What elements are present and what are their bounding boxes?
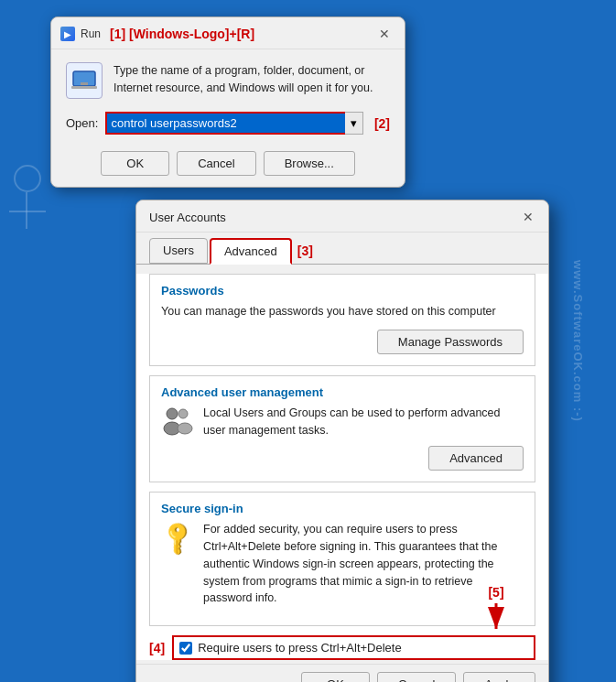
advanced-section-title: Advanced user management [161, 385, 524, 399]
svg-point-5 [178, 409, 188, 418]
step5-label: [5] [488, 585, 503, 600]
tab-users-label: Users [163, 244, 194, 257]
bracket2-label: [2] [374, 116, 390, 131]
ua-bottom-buttons: OK Cancel Apply [136, 664, 548, 682]
key-icon: 🔑 [161, 521, 194, 554]
svg-rect-2 [81, 82, 88, 85]
tab-users[interactable]: Users [149, 238, 208, 264]
run-open-label: Open: [66, 116, 98, 130]
run-dialog-body: Type the name of a program, folder, docu… [51, 49, 405, 187]
advanced-content-row: Local Users and Groups can be used to pe… [161, 405, 524, 439]
ua-apply-button[interactable]: Apply [463, 672, 535, 682]
ua-dialog-title: User Accounts [149, 211, 226, 224]
tab-advanced-label: Advanced [224, 244, 277, 258]
run-dropdown-button[interactable]: ▾ [345, 112, 363, 135]
advanced-button[interactable]: Advanced [428, 446, 524, 471]
run-dialog-close-button[interactable]: ✕ [375, 25, 394, 43]
secure-signin-section: Secure sign-in 🔑 For added security, you… [149, 492, 535, 626]
run-input-wrapper: ▾ [105, 112, 362, 135]
run-browse-button[interactable]: Browse... [264, 151, 355, 176]
users-icon [161, 405, 194, 438]
run-buttons-row: OK Cancel Browse... [66, 147, 390, 176]
run-cancel-button[interactable]: Cancel [177, 151, 255, 176]
advanced-btn-row: Advanced [161, 446, 524, 471]
advanced-section-description: Local Users and Groups can be used to pe… [203, 405, 524, 439]
passwords-title: Passwords [161, 284, 524, 298]
ua-cancel-button[interactable]: Cancel [377, 672, 456, 682]
run-program-icon [66, 62, 103, 99]
secure-content-row: 🔑 For added security, you can require us… [161, 521, 524, 607]
passwords-btn-row: Manage Passwords [161, 330, 524, 354]
step3-label: [3] [297, 244, 313, 258]
run-ok-button[interactable]: OK [101, 151, 169, 176]
run-dialog-title: Run [81, 27, 101, 40]
checkbox-container: Require users to press Ctrl+Alt+Delete [172, 635, 535, 660]
run-description-text: Type the name of a program, folder, docu… [113, 62, 390, 97]
step4-area: [4] Require users to press Ctrl+Alt+Dele… [149, 635, 535, 660]
run-content-row: Type the name of a program, folder, docu… [66, 62, 390, 99]
run-open-input[interactable] [105, 112, 362, 135]
passwords-description: You can manage the passwords you have st… [161, 303, 524, 320]
ua-dialog-titlebar: User Accounts ✕ [136, 200, 548, 233]
secure-signin-description: For added security, you can require user… [203, 521, 524, 607]
ua-tabs: Users Advanced [3] [136, 233, 548, 265]
run-dialog-titlebar: ▶ Run [1] [Windows-Logo]+[R] ✕ [51, 17, 405, 49]
step5-annotation: [5] [482, 585, 510, 634]
run-dialog: ▶ Run [1] [Windows-Logo]+[R] ✕ Type the … [50, 16, 405, 188]
svg-rect-1 [71, 86, 97, 89]
advanced-section: Advanced user management Local Users and… [149, 375, 535, 483]
watermark-text: www.SoftwareOK.com :-) [571, 260, 585, 422]
passwords-section: Passwords You can manage the passwords y… [149, 274, 535, 366]
ua-ok-button[interactable]: OK [301, 672, 370, 682]
run-shortcut-label: [1] [Windows-Logo]+[R] [110, 27, 254, 41]
ctrl-alt-del-label: Require users to press Ctrl+Alt+Delete [198, 641, 402, 655]
secure-signin-title: Secure sign-in [161, 502, 524, 515]
svg-point-6 [178, 423, 192, 434]
run-icon: ▶ [60, 27, 75, 41]
ua-dialog-close-button[interactable]: ✕ [519, 208, 537, 226]
step4-label: [4] [149, 641, 165, 655]
svg-point-3 [167, 408, 178, 419]
tab-advanced[interactable]: Advanced [210, 238, 292, 265]
ctrl-alt-del-checkbox[interactable] [179, 642, 192, 655]
manage-passwords-button[interactable]: Manage Passwords [377, 330, 524, 354]
run-open-row: Open: ▾ [2] [66, 112, 390, 135]
titlebar-left: ▶ Run [1] [Windows-Logo]+[R] [60, 27, 254, 41]
